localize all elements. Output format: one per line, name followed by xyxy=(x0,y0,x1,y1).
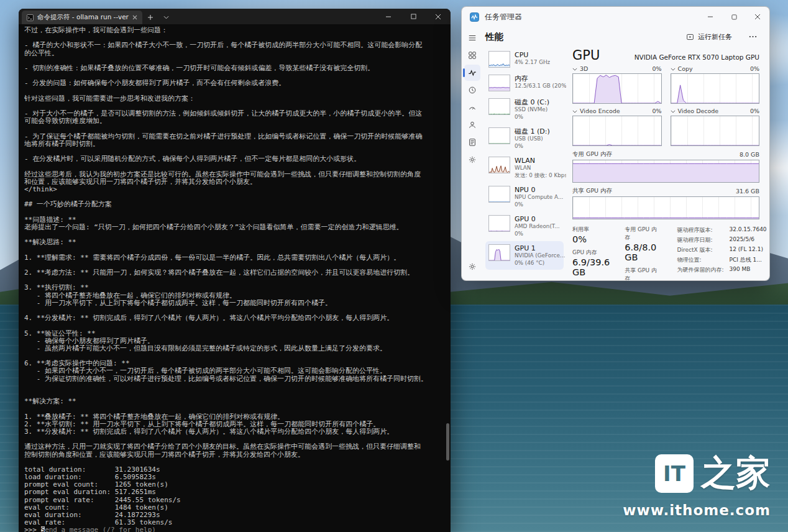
perf-item-name: WLAN xyxy=(515,157,566,165)
perf-item-disk1[interactable]: 磁盘 1 (D:)USB (USB)0% xyxy=(485,124,564,153)
memory-chart-max: 31.6 GB xyxy=(736,188,759,195)
run-new-task-button[interactable]: 运行新任务 xyxy=(681,30,737,44)
gpu-info-row: DirectX 版本:12 (FL 12.1) xyxy=(677,246,766,254)
terminal-output: 不过，在实际操作中，我可能会遇到一些问题：- 橘子的大小和形状不一：如果四个橘子… xyxy=(19,24,451,532)
terminal-scrollbar[interactable] xyxy=(446,29,450,528)
terminal-line xyxy=(24,163,448,170)
users-icon[interactable] xyxy=(464,117,480,133)
gpu-stat: GPU 内存6.9/39.6 GB xyxy=(572,249,610,277)
terminal-line: 针对这些问题，我可能需要进一步思考和改进我的方案： xyxy=(24,95,448,103)
chevron-down-icon[interactable] xyxy=(671,108,676,114)
processes-icon[interactable] xyxy=(464,47,480,63)
chart-area xyxy=(572,160,759,183)
terminal-line xyxy=(24,383,448,390)
chevron-down-icon[interactable] xyxy=(671,65,676,72)
minimize-icon[interactable] xyxy=(376,9,401,24)
perf-item-disk0[interactable]: 磁盘 0 (C:)SSD (NVMe)0% xyxy=(485,95,564,124)
ithome-logo-text: 之家 xyxy=(701,450,771,497)
gpu-name: NVIDIA GeForce RTX 5070 Laptop GPU xyxy=(635,53,759,61)
terminal-line: 5. **验证公平性: ** xyxy=(24,330,448,337)
chevron-down-icon[interactable] xyxy=(572,108,577,114)
gpu-memory-chart: 共享 GPU 内存31.6 GB xyxy=(572,187,759,219)
perf-thumbnail xyxy=(488,244,510,261)
expand-menu-icon[interactable] xyxy=(464,30,480,46)
close-icon[interactable] xyxy=(426,9,451,24)
terminal-line: 和位置，应该能够实现只用一刀将四个橘子切开，并将其分发给四个小朋友。 xyxy=(24,178,448,186)
perf-thumbnail xyxy=(488,215,510,232)
chart-engine-label: Video Encode xyxy=(580,108,620,114)
info-label: 驱动程序版本: xyxy=(677,226,729,234)
perf-item-name: GPU 1 xyxy=(515,244,565,252)
terminal-titlebar[interactable]: 命令提示符 - ollama run --ver xyxy=(19,9,451,24)
info-label: DirectX 版本: xyxy=(677,246,729,254)
perf-thumbnail xyxy=(488,51,510,68)
ithome-watermark: IT 之家 www.ithome.com xyxy=(623,450,771,518)
perf-item-detail: 0% xyxy=(515,231,560,237)
services-icon[interactable] xyxy=(464,152,480,168)
terminal-line: load duration: 6.5095823s xyxy=(24,474,448,481)
gpu-panel: GPU NVIDIA GeForce RTX 5070 Laptop GPU 3… xyxy=(566,47,769,280)
gpu-memory-chart: 专用 GPU 内存8.0 GB xyxy=(572,150,759,183)
chart-area xyxy=(671,116,760,146)
startup-apps-icon[interactable] xyxy=(464,99,480,116)
details-icon[interactable] xyxy=(464,134,480,150)
perf-thumbnail xyxy=(488,98,510,115)
perf-item-name: CPU xyxy=(515,51,550,59)
app-history-icon[interactable] xyxy=(464,82,480,98)
perf-item-detail: 0% xyxy=(515,201,563,208)
more-options-icon[interactable] xyxy=(744,30,761,44)
taskmanager-titlebar[interactable]: 任务管理器 xyxy=(462,7,769,27)
maximize-icon[interactable] xyxy=(722,7,746,27)
page-title: 性能 xyxy=(485,31,503,43)
perf-item-cpu[interactable]: CPU4% 2.17 GHz xyxy=(485,48,564,71)
info-value: 2025/5/6 xyxy=(729,236,766,244)
new-tab-button[interactable] xyxy=(142,11,158,24)
terminal-line: - 分发的问题：如何确保每个小朋友都得到了两片橘子，而不会有任何剩余或者浪费。 xyxy=(24,80,448,87)
minimize-icon[interactable] xyxy=(699,7,722,27)
perf-item-npu0[interactable]: NPU 0NPU Compute A...0% xyxy=(485,183,564,211)
terminal-line: 2. **考虑方法: ** 只能用一刀，如何实现？将四个橘子叠放在一起，这样它们… xyxy=(24,269,448,277)
maximize-icon[interactable] xyxy=(401,9,426,24)
terminal-line: prompt eval duration: 517.2651ms xyxy=(24,488,448,496)
terminal-line xyxy=(24,277,448,284)
terminal-tab[interactable]: 命令提示符 - ollama run --ver xyxy=(22,11,142,24)
terminal-line xyxy=(24,246,448,254)
stat-label: 共享 GPU 内存 xyxy=(625,267,662,280)
stat-label: 专用 GPU 内存 xyxy=(625,226,662,242)
stat-value: 0% xyxy=(572,234,610,244)
terminal-line xyxy=(24,148,448,155)
info-label: 为硬件保留的内存: xyxy=(677,266,729,274)
terminal-line: ## 一个巧妙的橘子分配方案 xyxy=(24,201,448,208)
terminal-line xyxy=(24,34,448,42)
perf-item-wlan[interactable]: WLANWLAN发送: 0 接收: 0 Kbps xyxy=(485,154,564,182)
terminal-line: 2. **水平切割: ** 用一刀水平切下，从上到下将每个橘子都切成两半。这样，… xyxy=(24,421,448,428)
perf-item-name: GPU 0 xyxy=(515,215,560,223)
terminal-line xyxy=(24,307,448,314)
terminal-line: 可能会导致切割难度增加。 xyxy=(24,117,448,125)
terminal-line xyxy=(24,322,448,329)
terminal-line: - 切割的准确性：如果橘子叠放的位置不够准确，一刀切开时可能会有倾斜或偏差，导致… xyxy=(24,65,448,72)
gpu-info-row: 为硬件保留的内存:390 MB xyxy=(677,266,766,274)
perf-item-detail: 12.5/63.1 GB (20%) xyxy=(515,83,566,89)
settings-icon[interactable] xyxy=(464,259,480,275)
stat-value: 6.8/8.0 GB xyxy=(625,242,662,262)
tab-close-icon[interactable] xyxy=(132,15,137,20)
terminal-line: 老师提出了一个问题: “只切一刀，如何把四个橘子分给四个小朋友？”这个问题看似简… xyxy=(24,224,448,231)
terminal-line: **问题描述: ** xyxy=(24,216,448,224)
perf-item-detail: 0% xyxy=(515,143,550,150)
perf-item-detail: NPU Compute A... xyxy=(515,194,563,201)
perf-item-detail: AMD Radeon(T... xyxy=(515,223,560,230)
scrollbar-thumb[interactable] xyxy=(446,423,449,461)
close-icon[interactable] xyxy=(746,7,769,27)
chevron-down-icon[interactable] xyxy=(572,65,577,72)
tab-dropdown-button[interactable] xyxy=(158,11,175,24)
terminal-line xyxy=(24,193,448,201)
perf-item-gpu0[interactable]: GPU 0AMD Radeon(T...0% xyxy=(485,212,564,241)
chart-area xyxy=(572,116,662,146)
perf-item-memory[interactable]: 内存12.5/63.1 GB (20%) xyxy=(485,71,564,94)
performance-icon[interactable] xyxy=(464,65,480,81)
taskmanager-nav-rail xyxy=(462,27,483,280)
perf-item-gpu1[interactable]: GPU 1NVIDIA (GeForce...0% (46 °C) xyxy=(485,241,564,270)
terminal-line: 1. **理解需求: ** 需要将四个橘子分成四份，每一份可以是一半的橘子。因此… xyxy=(24,254,448,262)
terminal-prompt[interactable]: >>> Send a message (/? for help) xyxy=(24,526,448,532)
